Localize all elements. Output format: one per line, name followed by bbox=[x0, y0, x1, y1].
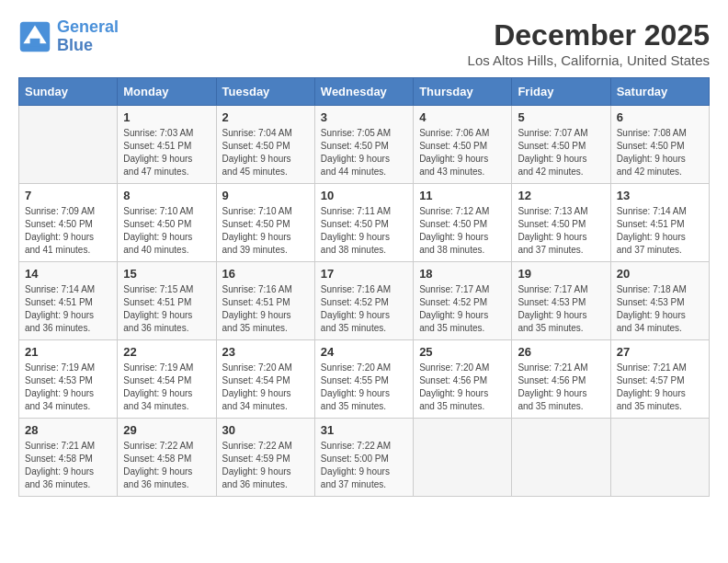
calendar-cell: 2Sunrise: 7:04 AMSunset: 4:50 PMDaylight… bbox=[216, 106, 314, 184]
logo: General Blue bbox=[18, 18, 119, 55]
day-number: 26 bbox=[518, 345, 604, 359]
day-number: 11 bbox=[419, 189, 506, 202]
day-number: 23 bbox=[222, 345, 309, 359]
day-info: Sunrise: 7:19 AMSunset: 4:54 PMDaylight:… bbox=[123, 362, 210, 413]
day-info: Sunrise: 7:10 AMSunset: 4:50 PMDaylight:… bbox=[123, 205, 210, 257]
calendar-cell: 28Sunrise: 7:21 AMSunset: 4:58 PMDayligh… bbox=[19, 419, 118, 497]
day-number: 5 bbox=[518, 110, 604, 124]
calendar-cell bbox=[512, 419, 610, 497]
day-number: 24 bbox=[321, 345, 407, 359]
calendar-cell: 27Sunrise: 7:21 AMSunset: 4:57 PMDayligh… bbox=[610, 340, 709, 419]
day-info: Sunrise: 7:05 AMSunset: 4:50 PMDaylight:… bbox=[321, 127, 407, 178]
calendar-body: 1Sunrise: 7:03 AMSunset: 4:51 PMDaylight… bbox=[19, 106, 710, 497]
day-info: Sunrise: 7:04 AMSunset: 4:50 PMDaylight:… bbox=[222, 127, 309, 178]
logo-line2: Blue bbox=[57, 36, 93, 54]
day-info: Sunrise: 7:22 AMSunset: 4:58 PMDaylight:… bbox=[123, 440, 210, 491]
calendar-cell: 8Sunrise: 7:10 AMSunset: 4:50 PMDaylight… bbox=[118, 184, 216, 262]
day-number: 10 bbox=[321, 189, 407, 202]
day-number: 19 bbox=[518, 267, 604, 281]
calendar-cell: 10Sunrise: 7:11 AMSunset: 4:50 PMDayligh… bbox=[314, 184, 413, 262]
calendar-cell: 20Sunrise: 7:18 AMSunset: 4:53 PMDayligh… bbox=[610, 262, 709, 340]
calendar-cell: 24Sunrise: 7:20 AMSunset: 4:55 PMDayligh… bbox=[314, 340, 413, 419]
calendar-cell: 16Sunrise: 7:16 AMSunset: 4:51 PMDayligh… bbox=[216, 262, 314, 340]
calendar-cell: 31Sunrise: 7:22 AMSunset: 5:00 PMDayligh… bbox=[314, 419, 413, 497]
weekday-header-monday: Monday bbox=[118, 78, 216, 106]
day-number: 14 bbox=[25, 267, 111, 281]
day-info: Sunrise: 7:09 AMSunset: 4:50 PMDaylight:… bbox=[25, 205, 111, 257]
weekday-header-thursday: Thursday bbox=[414, 78, 512, 106]
calendar-title: December 2025 bbox=[468, 18, 710, 52]
day-info: Sunrise: 7:06 AMSunset: 4:50 PMDaylight:… bbox=[419, 127, 506, 178]
logo-text: General Blue bbox=[57, 18, 119, 55]
week-row-4: 28Sunrise: 7:21 AMSunset: 4:58 PMDayligh… bbox=[19, 419, 710, 497]
weekday-header-sunday: Sunday bbox=[19, 78, 118, 106]
day-number: 25 bbox=[419, 345, 506, 359]
calendar-cell: 17Sunrise: 7:16 AMSunset: 4:52 PMDayligh… bbox=[314, 262, 413, 340]
calendar-cell: 23Sunrise: 7:20 AMSunset: 4:54 PMDayligh… bbox=[216, 340, 314, 419]
day-info: Sunrise: 7:21 AMSunset: 4:56 PMDaylight:… bbox=[518, 362, 604, 413]
day-info: Sunrise: 7:13 AMSunset: 4:50 PMDaylight:… bbox=[518, 205, 604, 257]
day-info: Sunrise: 7:11 AMSunset: 4:50 PMDaylight:… bbox=[321, 205, 407, 257]
day-info: Sunrise: 7:15 AMSunset: 4:51 PMDaylight:… bbox=[123, 283, 210, 335]
day-number: 3 bbox=[321, 110, 407, 124]
calendar-cell: 3Sunrise: 7:05 AMSunset: 4:50 PMDaylight… bbox=[314, 106, 413, 184]
calendar-cell: 26Sunrise: 7:21 AMSunset: 4:56 PMDayligh… bbox=[512, 340, 610, 419]
calendar-header: SundayMondayTuesdayWednesdayThursdayFrid… bbox=[19, 78, 710, 106]
logo-line1: General bbox=[57, 17, 119, 36]
week-row-1: 7Sunrise: 7:09 AMSunset: 4:50 PMDaylight… bbox=[19, 184, 710, 262]
calendar-cell: 18Sunrise: 7:17 AMSunset: 4:52 PMDayligh… bbox=[414, 262, 512, 340]
calendar-cell: 21Sunrise: 7:19 AMSunset: 4:53 PMDayligh… bbox=[19, 340, 118, 419]
day-number: 9 bbox=[222, 189, 309, 202]
calendar-cell: 19Sunrise: 7:17 AMSunset: 4:53 PMDayligh… bbox=[512, 262, 610, 340]
day-info: Sunrise: 7:10 AMSunset: 4:50 PMDaylight:… bbox=[222, 205, 309, 257]
week-row-0: 1Sunrise: 7:03 AMSunset: 4:51 PMDaylight… bbox=[19, 106, 710, 184]
day-number: 4 bbox=[419, 110, 506, 124]
day-info: Sunrise: 7:03 AMSunset: 4:51 PMDaylight:… bbox=[123, 127, 210, 178]
page-header: General Blue December 2025 Los Altos Hil… bbox=[18, 18, 710, 68]
day-number: 16 bbox=[222, 267, 309, 281]
calendar-cell: 9Sunrise: 7:10 AMSunset: 4:50 PMDaylight… bbox=[216, 184, 314, 262]
day-number: 20 bbox=[617, 267, 703, 281]
day-number: 21 bbox=[25, 345, 111, 359]
day-number: 15 bbox=[123, 267, 210, 281]
day-info: Sunrise: 7:16 AMSunset: 4:52 PMDaylight:… bbox=[321, 283, 407, 335]
calendar-cell bbox=[19, 106, 118, 184]
svg-rect-2 bbox=[30, 39, 40, 47]
day-info: Sunrise: 7:21 AMSunset: 4:57 PMDaylight:… bbox=[617, 362, 703, 413]
calendar-cell: 4Sunrise: 7:06 AMSunset: 4:50 PMDaylight… bbox=[414, 106, 512, 184]
day-number: 2 bbox=[222, 110, 309, 124]
day-number: 31 bbox=[321, 423, 407, 437]
calendar-cell: 7Sunrise: 7:09 AMSunset: 4:50 PMDaylight… bbox=[19, 184, 118, 262]
calendar-cell: 13Sunrise: 7:14 AMSunset: 4:51 PMDayligh… bbox=[610, 184, 709, 262]
calendar-cell: 6Sunrise: 7:08 AMSunset: 4:50 PMDaylight… bbox=[610, 106, 709, 184]
day-info: Sunrise: 7:16 AMSunset: 4:51 PMDaylight:… bbox=[222, 283, 309, 335]
day-info: Sunrise: 7:12 AMSunset: 4:50 PMDaylight:… bbox=[419, 205, 506, 257]
day-number: 29 bbox=[123, 423, 210, 437]
logo-icon bbox=[18, 20, 51, 53]
calendar-cell: 30Sunrise: 7:22 AMSunset: 4:59 PMDayligh… bbox=[216, 419, 314, 497]
day-info: Sunrise: 7:08 AMSunset: 4:50 PMDaylight:… bbox=[617, 127, 703, 178]
day-info: Sunrise: 7:22 AMSunset: 4:59 PMDaylight:… bbox=[222, 440, 309, 491]
day-info: Sunrise: 7:14 AMSunset: 4:51 PMDaylight:… bbox=[25, 283, 111, 335]
calendar-cell bbox=[414, 419, 512, 497]
day-number: 7 bbox=[25, 189, 111, 202]
day-info: Sunrise: 7:21 AMSunset: 4:58 PMDaylight:… bbox=[25, 440, 111, 491]
day-number: 8 bbox=[123, 189, 210, 202]
day-info: Sunrise: 7:07 AMSunset: 4:50 PMDaylight:… bbox=[518, 127, 604, 178]
day-info: Sunrise: 7:14 AMSunset: 4:51 PMDaylight:… bbox=[617, 205, 703, 257]
week-row-2: 14Sunrise: 7:14 AMSunset: 4:51 PMDayligh… bbox=[19, 262, 710, 340]
calendar-cell: 12Sunrise: 7:13 AMSunset: 4:50 PMDayligh… bbox=[512, 184, 610, 262]
day-info: Sunrise: 7:18 AMSunset: 4:53 PMDaylight:… bbox=[617, 283, 703, 335]
weekday-header-friday: Friday bbox=[512, 78, 610, 106]
calendar-table: SundayMondayTuesdayWednesdayThursdayFrid… bbox=[18, 77, 710, 497]
calendar-subtitle: Los Altos Hills, California, United Stat… bbox=[468, 52, 710, 68]
week-row-3: 21Sunrise: 7:19 AMSunset: 4:53 PMDayligh… bbox=[19, 340, 710, 419]
day-number: 1 bbox=[123, 110, 210, 124]
calendar-cell: 14Sunrise: 7:14 AMSunset: 4:51 PMDayligh… bbox=[19, 262, 118, 340]
day-number: 12 bbox=[518, 189, 604, 202]
calendar-cell: 5Sunrise: 7:07 AMSunset: 4:50 PMDaylight… bbox=[512, 106, 610, 184]
day-info: Sunrise: 7:20 AMSunset: 4:54 PMDaylight:… bbox=[222, 362, 309, 413]
calendar-cell: 15Sunrise: 7:15 AMSunset: 4:51 PMDayligh… bbox=[118, 262, 216, 340]
weekday-row: SundayMondayTuesdayWednesdayThursdayFrid… bbox=[19, 78, 710, 106]
calendar-cell bbox=[610, 419, 709, 497]
